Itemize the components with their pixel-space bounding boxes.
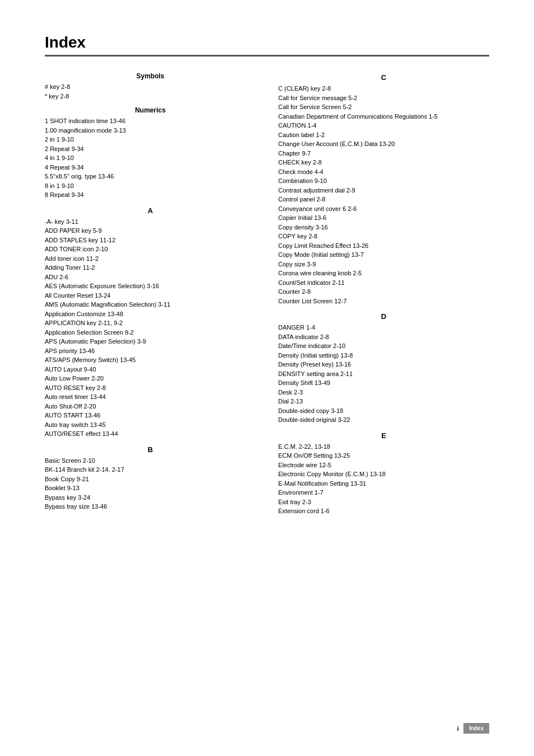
- list-item: Double-sided original 3-22: [278, 415, 489, 425]
- list-item: Density (Initial setting) 13-8: [278, 351, 489, 360]
- list-item: Copy size 3-9: [278, 260, 489, 269]
- list-item: APS priority 13-46: [45, 346, 256, 356]
- list-item: Copy density 3-16: [278, 223, 489, 232]
- section-b: B Basic Screen 2-10 BK-114 Branch kit 2-…: [45, 445, 256, 511]
- list-item: E.C.M. 2-22, 13-18: [278, 442, 489, 452]
- list-item: Combination 9-10: [278, 176, 489, 186]
- left-column: Symbols # key 2-8 * key 2-8 Numerics 1 S…: [45, 67, 256, 516]
- list-item: Corona wire cleaning knob 2-5: [278, 269, 489, 278]
- list-item: AES (Automatic Exposure Selection) 3-16: [45, 281, 256, 291]
- list-item: Electrode wire 12-5: [278, 461, 489, 470]
- list-item: ADD PAPER key 5-9: [45, 226, 256, 236]
- section-a: A -A- key 3-11 ADD PAPER key 5-9 ADD STA…: [45, 206, 256, 439]
- title-rule: [45, 55, 489, 57]
- list-item: Environment 1-7: [278, 488, 489, 497]
- list-item: ADD TONER icon 2-10: [45, 245, 256, 254]
- letter-header-b: B: [45, 445, 256, 454]
- list-item: DATA indicator 2-8: [278, 332, 489, 342]
- list-item: AMS (Automatic Magnification Selection) …: [45, 300, 256, 309]
- list-item: 2 in 1 9-10: [45, 135, 256, 144]
- list-item: ATS/APS (Memory Switch) 13-45: [45, 355, 256, 365]
- letter-header-e: E: [278, 431, 489, 440]
- list-item: AUTO/RESET effect 13-44: [45, 429, 256, 439]
- list-item: AUTO START 13-46: [45, 411, 256, 420]
- list-item: Copy Limit Reached Effect 13-26: [278, 241, 489, 251]
- list-item: Canadian Department of Communications Re…: [278, 112, 489, 121]
- list-item: COPY key 2-8: [278, 232, 489, 241]
- list-item: Auto Low Power 2-20: [45, 374, 256, 383]
- list-item: Check mode 4-4: [278, 167, 489, 177]
- section-e: E E.C.M. 2-22, 13-18 ECM On/Off Setting …: [278, 431, 489, 516]
- section-symbols: Symbols # key 2-8 * key 2-8: [45, 72, 256, 101]
- list-item: ADU 2-6: [45, 273, 256, 282]
- list-item: Date/Time indicator 2-10: [278, 341, 489, 351]
- list-item: AUTO RESET key 2-8: [45, 383, 256, 393]
- list-item: Bypass key 3-24: [45, 493, 256, 503]
- list-item: Counter List Screen 12-7: [278, 297, 489, 306]
- section-numerics: Numerics 1 SHOT indication time 13-46 1.…: [45, 106, 256, 200]
- list-item: Basic Screen 2-10: [45, 456, 256, 466]
- list-item: Density (Preset key) 13-16: [278, 360, 489, 369]
- list-item: 8 Repeat 9-34: [45, 190, 256, 200]
- list-item: Adding Toner 11-2: [45, 263, 256, 273]
- list-item: Contrast adjustment dial 2-9: [278, 186, 489, 195]
- list-item: C (CLEAR) key 2-8: [278, 84, 489, 93]
- list-item: Desk 2-3: [278, 388, 489, 397]
- list-item: APPLICATION key 2-11, 9-2: [45, 318, 256, 328]
- list-item: CAUTION 1-4: [278, 121, 489, 130]
- list-item: Auto Shut-Off 2-20: [45, 402, 256, 411]
- letter-header-a: A: [45, 206, 256, 215]
- list-item: * key 2-8: [45, 92, 256, 101]
- list-item: 4 Repeat 9-34: [45, 163, 256, 172]
- list-item: 2 Repeat 9-34: [45, 144, 256, 154]
- list-item: Booklet 9-13: [45, 483, 256, 493]
- list-item: Change User Account (E.C.M.) Data 13-20: [278, 139, 489, 149]
- page-footer: i Index: [457, 723, 489, 734]
- list-item: DENSITY setting area 2-11: [278, 369, 489, 379]
- list-item: Electronic Copy Monitor (E.C.M.) 13-18: [278, 469, 489, 479]
- letter-header-c: C: [278, 73, 489, 82]
- list-item: Call for Service Screen 5-2: [278, 102, 489, 112]
- letter-header-d: D: [278, 312, 489, 321]
- section-d: D DANGER 1-4 DATA indicator 2-8 Date/Tim…: [278, 312, 489, 425]
- list-item: Dial 2-13: [278, 397, 489, 406]
- list-item: Exit tray 2-3: [278, 497, 489, 507]
- list-item: Chapter 9-7: [278, 149, 489, 158]
- page-title: Index: [45, 34, 489, 51]
- list-item: DANGER 1-4: [278, 323, 489, 332]
- list-item: Copy Mode (Initial setting) 13-7: [278, 250, 489, 260]
- footer-tab-label: Index: [463, 723, 489, 734]
- list-item: ADD STAPLES key 11-12: [45, 236, 256, 245]
- list-item: Copier Initial 13-6: [278, 213, 489, 223]
- list-item: E-Mail Notification Setting 13-31: [278, 479, 489, 489]
- list-item: BK-114 Branch kit 2-14, 2-17: [45, 465, 256, 475]
- index-columns: Symbols # key 2-8 * key 2-8 Numerics 1 S…: [45, 67, 489, 516]
- section-c: C C (CLEAR) key 2-8 Call for Service mes…: [278, 73, 489, 306]
- list-item: Counter 2-8: [278, 287, 489, 297]
- list-item: Call for Service message 5-2: [278, 93, 489, 103]
- list-item: Count/Set indicator 2-11: [278, 278, 489, 288]
- list-item: Application Customize 13-48: [45, 309, 256, 319]
- list-item: 8 in 1 9-10: [45, 181, 256, 191]
- list-item: Application Selection Screen 9-2: [45, 328, 256, 337]
- list-item: CHECK key 2-8: [278, 158, 489, 167]
- section-header-numerics: Numerics: [45, 106, 256, 114]
- list-item: 1.00 magnification mode 3-13: [45, 126, 256, 135]
- list-item: Extension cord 1-6: [278, 506, 489, 516]
- list-item: Conveyance unit cover 6 2-6: [278, 204, 489, 214]
- list-item: Add toner icon 11-2: [45, 254, 256, 264]
- list-item: Double-sided copy 3-18: [278, 406, 489, 416]
- list-item: Auto tray switch 13-45: [45, 420, 256, 430]
- list-item: # key 2-8: [45, 82, 256, 92]
- list-item: Bypass tray size 13-46: [45, 502, 256, 511]
- list-item: 1 SHOT indication time 13-46: [45, 116, 256, 126]
- list-item: APS (Automatic Paper Selection) 3-9: [45, 337, 256, 346]
- list-item: Control panel 2-8: [278, 195, 489, 204]
- list-item: 5.5"x8.5" orig. type 13-46: [45, 172, 256, 181]
- list-item: Book Copy 9-21: [45, 475, 256, 484]
- list-item: Density Shift 13-49: [278, 378, 489, 388]
- footer-page-number: i: [457, 725, 459, 732]
- list-item: All Counter Reset 13-24: [45, 291, 256, 300]
- page: Index Symbols # key 2-8 * key 2-8 Numeri…: [0, 0, 534, 756]
- list-item: AUTO Layout 9-40: [45, 365, 256, 374]
